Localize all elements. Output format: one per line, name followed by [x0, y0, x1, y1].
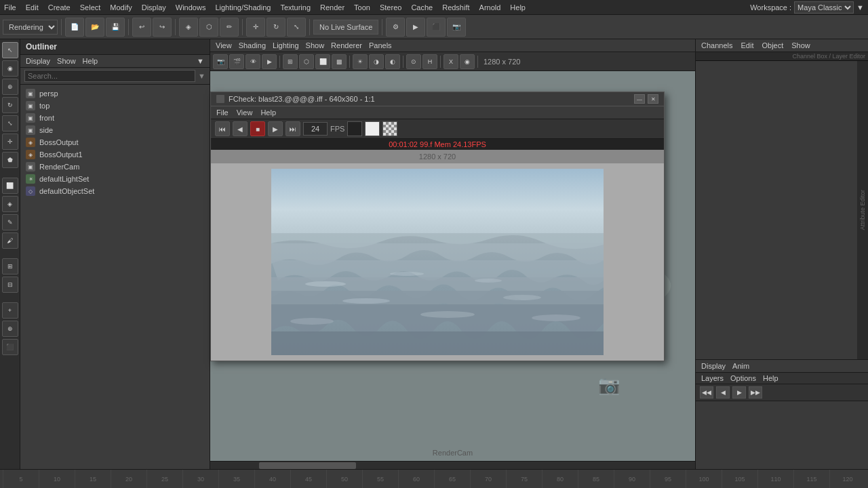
- menu-modify[interactable]: Modify: [110, 3, 132, 12]
- fcheck-prev-start-btn[interactable]: ⏮: [215, 121, 230, 136]
- sculpt-btn[interactable]: 🖌: [2, 232, 18, 249]
- menu-texturing[interactable]: Texturing: [280, 3, 311, 12]
- vp-grid-btn[interactable]: ⊞: [283, 54, 298, 69]
- menu-redshift[interactable]: Redshift: [442, 3, 469, 12]
- fcheck-menu-view[interactable]: View: [237, 108, 253, 117]
- outliner-item-rendercam[interactable]: ▣ RenderCam: [20, 161, 210, 173]
- render-settings-btn[interactable]: ⚙: [386, 18, 405, 37]
- vp-ao-btn[interactable]: ◐: [385, 54, 400, 69]
- outliner-item-top[interactable]: ▣ top: [20, 100, 210, 112]
- move-btn[interactable]: ✛: [246, 18, 265, 37]
- vp-texture-btn[interactable]: ▩: [332, 54, 347, 69]
- viewport-hscrollbar[interactable]: [210, 461, 695, 469]
- vp-shadow-btn[interactable]: ◑: [369, 54, 384, 69]
- channel-box-menu-object[interactable]: Object: [762, 41, 783, 49]
- menu-help[interactable]: Help: [510, 3, 526, 12]
- universal-manip-btn[interactable]: ✛: [2, 134, 18, 150]
- vp-eye-btn[interactable]: 👁: [245, 54, 260, 69]
- paint-select-btn[interactable]: ◉: [2, 60, 18, 77]
- channel-box-menu-edit[interactable]: Edit: [741, 41, 753, 49]
- menu-create[interactable]: Create: [48, 3, 71, 12]
- vp-menu-panels[interactable]: Panels: [369, 41, 392, 49]
- icon-extra-2[interactable]: ⊕: [2, 321, 18, 337]
- search-filter-icon[interactable]: ▼: [198, 72, 205, 80]
- outliner-item-defaultobjectset[interactable]: ◇ defaultObjectSet: [20, 185, 210, 197]
- snap-btn[interactable]: ⬟: [2, 152, 18, 168]
- icon-extra-1[interactable]: +: [2, 302, 18, 319]
- grid-layout-btn[interactable]: ⊟: [2, 277, 18, 293]
- transform-btn[interactable]: ⊕: [2, 79, 18, 95]
- snapshot-btn[interactable]: 📷: [447, 18, 466, 37]
- vp-isolate-btn[interactable]: ⊙: [406, 54, 421, 69]
- open-btn[interactable]: 📂: [85, 18, 104, 37]
- vp-render-btn[interactable]: ▶: [262, 54, 277, 69]
- layer-next-end-btn[interactable]: ▶▶: [749, 386, 762, 399]
- outliner-item-side[interactable]: ▣ side: [20, 124, 210, 136]
- layer-prev-frame-btn[interactable]: ◀: [716, 386, 730, 399]
- fcheck-color-black-btn[interactable]: [347, 121, 362, 136]
- undo-btn[interactable]: ↩: [132, 18, 151, 37]
- layer-menu-anim[interactable]: Anim: [732, 362, 749, 370]
- fcheck-minimize-btn[interactable]: —: [634, 94, 645, 104]
- quick-layout-btn[interactable]: ⊞: [2, 258, 18, 274]
- outliner-menu-show[interactable]: Show: [57, 57, 76, 65]
- menu-toon[interactable]: Toon: [354, 3, 370, 12]
- new-scene-btn[interactable]: 📄: [65, 18, 84, 37]
- vp-film-btn[interactable]: 🎬: [229, 54, 244, 69]
- fcheck-next-frame-btn[interactable]: ▶: [268, 121, 283, 136]
- live-surface-btn[interactable]: No Live Surface: [313, 20, 378, 35]
- render-btn[interactable]: ▶: [406, 18, 425, 37]
- scale-btn[interactable]: ⤡: [287, 18, 306, 37]
- icon-extra-3[interactable]: ⬛: [2, 339, 18, 355]
- save-btn[interactable]: 💾: [106, 18, 125, 37]
- select-tool-btn[interactable]: ↖: [2, 42, 18, 58]
- rotate-btn[interactable]: ↻: [267, 18, 285, 37]
- vp-menu-lighting[interactable]: Lighting: [273, 41, 299, 49]
- vp-wireframe-btn[interactable]: ⬡: [299, 54, 314, 69]
- menu-arnold[interactable]: Arnold: [479, 3, 501, 12]
- paint-btn[interactable]: ✏: [220, 18, 239, 37]
- hypershade-btn[interactable]: ◈: [2, 196, 18, 212]
- mode-selector[interactable]: Rendering Modeling Rigging Animation: [3, 20, 58, 35]
- fcheck-color-checker-btn[interactable]: [382, 121, 397, 136]
- outliner-menu-help[interactable]: Help: [83, 57, 98, 65]
- outliner-menu-display[interactable]: Display: [26, 57, 50, 65]
- outliner-item-defaultlightset[interactable]: ☀ defaultLightSet: [20, 173, 210, 185]
- menu-render[interactable]: Render: [320, 3, 344, 12]
- fcheck-color-white-btn[interactable]: [365, 121, 380, 136]
- redo-btn[interactable]: ↪: [153, 18, 172, 37]
- workspace-expand-icon[interactable]: ▼: [856, 3, 864, 12]
- vp-menu-shading[interactable]: Shading: [239, 41, 266, 49]
- render-viewport[interactable]: M 📷 RenderCam FCheck: blast23.@@@@.iff -…: [210, 71, 695, 461]
- ipr-btn[interactable]: ⬛: [427, 18, 446, 37]
- fcheck-fps-input[interactable]: [303, 122, 328, 136]
- menu-display[interactable]: Display: [142, 3, 166, 12]
- vp-xray-btn[interactable]: X: [443, 54, 458, 69]
- fcheck-prev-frame-btn[interactable]: ◀: [233, 121, 248, 136]
- menu-select[interactable]: Select: [80, 3, 101, 12]
- rotate-tool-btn[interactable]: ↻: [2, 97, 18, 113]
- menu-edit[interactable]: Edit: [26, 3, 39, 12]
- vp-camera-btn[interactable]: 📷: [213, 54, 228, 69]
- channel-box-menu-show[interactable]: Show: [791, 41, 810, 49]
- lasso-btn[interactable]: ⬡: [199, 18, 218, 37]
- outliner-item-bossoutput[interactable]: ◈ BossOutput: [20, 136, 210, 148]
- paint-fx-btn[interactable]: ✎: [2, 214, 18, 230]
- menu-stereo[interactable]: Stereo: [380, 3, 401, 12]
- fcheck-menu-help[interactable]: Help: [260, 108, 276, 117]
- outliner-search-input[interactable]: [24, 70, 195, 82]
- outliner-collapse-btn[interactable]: ▼: [197, 57, 204, 65]
- fcheck-stop-btn[interactable]: ■: [250, 121, 265, 136]
- channel-box-menu-channels[interactable]: Channels: [701, 41, 732, 49]
- timeline-track[interactable]: 5 10 15 20 25 30 35 40 45 50 55 60 65 70…: [0, 470, 868, 488]
- outliner-item-persp[interactable]: ▣ persp: [20, 87, 210, 100]
- outliner-item-front[interactable]: ▣ front: [20, 112, 210, 124]
- render-view-btn[interactable]: ⬜: [2, 178, 18, 194]
- fcheck-outer-bg[interactable]: [211, 163, 664, 361]
- vp-light-btn[interactable]: ☀: [353, 54, 368, 69]
- layer-submenu-help[interactable]: Help: [763, 374, 778, 382]
- layer-menu-display[interactable]: Display: [701, 362, 726, 370]
- fcheck-close-btn[interactable]: ✕: [648, 94, 658, 104]
- vp-hud-btn[interactable]: H: [422, 54, 437, 69]
- viewport-hscrollbar-thumb[interactable]: [259, 462, 356, 469]
